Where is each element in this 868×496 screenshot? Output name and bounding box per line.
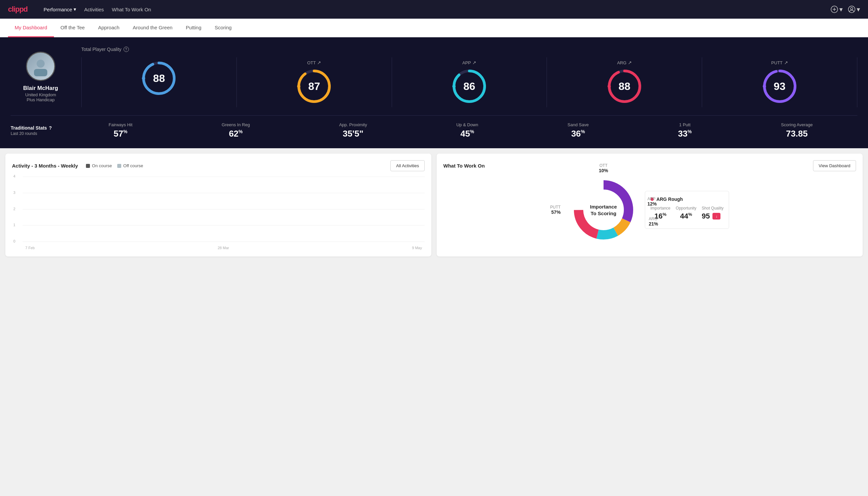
arg-donut-label: ARG 21%	[649, 217, 658, 227]
score-arg: ARG ↗ 88	[547, 57, 702, 107]
avatar	[26, 52, 55, 81]
arg-label: ARG ↗	[617, 60, 632, 65]
arg-circle: 88	[606, 68, 643, 105]
activity-panel-title: Activity - 3 Months - Weekly	[12, 163, 78, 169]
traditional-stats: Traditional Stats ? Last 20 rounds Fairw…	[11, 115, 857, 139]
app-circle: 86	[451, 68, 488, 105]
player-country: United Kingdom	[25, 92, 56, 97]
top-navigation: clippd Performance ▾ Activities What To …	[0, 0, 868, 19]
x-labels: 7 Feb 28 Mar 9 May	[25, 246, 422, 250]
info-card-title: ARG Rough	[650, 197, 723, 202]
x-label-feb: 7 Feb	[25, 246, 35, 250]
legend-on-course: On course	[86, 163, 112, 168]
stat-one-putt: 1 Putt 33%	[678, 122, 692, 139]
svg-rect-6	[34, 69, 47, 76]
shot-quality-badge: ↓	[712, 213, 721, 219]
tpq-section: Total Player Quality ? 88	[81, 47, 857, 107]
score-putt: PUTT ↗ 93	[702, 57, 857, 107]
chart-legend: On course Off course	[86, 163, 143, 168]
nav-right: ▾ ▾	[831, 5, 860, 13]
chart-area: 4 3 2 1 0 7 Feb 28 Mar 9 May	[12, 176, 425, 250]
info-shot-quality: Shot Quality 95 ↓	[702, 206, 723, 220]
add-button[interactable]: ▾	[831, 5, 843, 13]
svg-point-5	[37, 60, 45, 68]
tab-my-dashboard[interactable]: My Dashboard	[8, 19, 54, 37]
tab-around-the-green[interactable]: Around the Green	[126, 19, 179, 37]
nav-links: Performance ▾ Activities What To Work On	[44, 6, 151, 12]
what-to-work-on-panel: What To Work On View Dashboard PUTT 57% …	[437, 154, 863, 257]
info-metrics: Importance 16% Opportunity 44% Shot Qual…	[650, 206, 723, 220]
main-circle: 88	[141, 60, 177, 97]
scores-row: 88 OTT ↗ 87	[81, 57, 857, 107]
ott-circle: 87	[296, 68, 332, 105]
stat-greens-in-reg: Greens In Reg 62%	[222, 122, 250, 139]
wtwon-panel-header: What To Work On View Dashboard	[443, 160, 856, 171]
tab-approach[interactable]: Approach	[91, 19, 126, 37]
donut-center-text: Importance To Scoring	[590, 203, 617, 217]
chevron-down-icon: ▾	[74, 6, 76, 12]
off-course-legend-dot	[117, 164, 121, 168]
putt-circle: 93	[761, 68, 798, 105]
legend-off-course: Off course	[117, 163, 143, 168]
hero-top: Blair McHarg United Kingdom Plus Handica…	[11, 47, 857, 107]
nav-activities[interactable]: Activities	[84, 7, 104, 12]
add-chevron-icon: ▾	[839, 5, 843, 13]
user-chevron-icon: ▾	[857, 5, 860, 13]
chevron-down-icon: ↓	[716, 214, 718, 218]
player-card: Blair McHarg United Kingdom Plus Handica…	[11, 52, 70, 102]
help-icon[interactable]: ?	[124, 47, 129, 52]
app-logo[interactable]: clippd	[8, 5, 28, 14]
all-activities-button[interactable]: All Activities	[390, 160, 425, 171]
hero-section: Blair McHarg United Kingdom Plus Handica…	[0, 37, 868, 148]
view-dashboard-button[interactable]: View Dashboard	[813, 160, 856, 171]
tab-putting[interactable]: Putting	[179, 19, 208, 37]
info-opportunity: Opportunity 44%	[676, 206, 696, 220]
stats-label-group: Traditional Stats ? Last 20 rounds	[11, 125, 64, 136]
wtwon-panel-title: What To Work On	[443, 163, 485, 169]
putt-arrow-icon: ↗	[784, 60, 788, 65]
nav-performance[interactable]: Performance ▾	[44, 6, 76, 12]
putt-label: PUTT ↗	[771, 60, 788, 65]
stat-fairways-hit: Fairways Hit 57%	[109, 122, 132, 139]
donut-chart-wrapper: PUTT 57% OTT 10% APP 12% ARG 21%	[570, 176, 637, 243]
stat-up-and-down: Up & Down 45%	[456, 122, 478, 139]
user-button[interactable]: ▾	[848, 5, 860, 13]
bottom-panels: Activity - 3 Months - Weekly On course O…	[0, 148, 868, 262]
donut-area: PUTT 57% OTT 10% APP 12% ARG 21%	[443, 176, 856, 243]
stat-app-proximity: App. Proximity 35'5"	[339, 122, 367, 139]
player-handicap: Plus Handicap	[27, 97, 54, 102]
tab-scoring[interactable]: Scoring	[208, 19, 238, 37]
player-name: Blair McHarg	[23, 85, 58, 92]
tpq-label: Total Player Quality ?	[81, 47, 857, 52]
app-label: APP ↗	[462, 60, 476, 65]
app-arrow-icon: ↗	[472, 60, 476, 65]
app-donut-label: APP 12%	[647, 197, 657, 206]
ott-arrow-icon: ↗	[317, 60, 321, 65]
x-label-mar: 28 Mar	[218, 246, 229, 250]
score-main: 88	[82, 57, 237, 107]
stat-sand-save: Sand Save 36%	[568, 122, 589, 139]
activity-chart-panel: Activity - 3 Months - Weekly On course O…	[5, 154, 431, 257]
svg-point-21	[763, 84, 766, 88]
ott-donut-label: OTT 10%	[599, 163, 608, 173]
svg-point-15	[452, 84, 456, 88]
score-ott: OTT ↗ 87	[237, 57, 392, 107]
stat-items: Fairways Hit 57% Greens In Reg 62% App. …	[64, 122, 857, 139]
stat-scoring-average: Scoring Average 73.85	[781, 122, 813, 139]
ott-label: OTT ↗	[307, 60, 321, 65]
tabs-bar: My Dashboard Off the Tee Approach Around…	[0, 19, 868, 37]
svg-point-4	[851, 7, 853, 10]
putt-donut-label: PUTT 57%	[550, 205, 561, 215]
tab-off-the-tee[interactable]: Off the Tee	[54, 19, 92, 37]
activity-panel-header: Activity - 3 Months - Weekly On course O…	[12, 160, 425, 171]
on-course-legend-dot	[86, 164, 90, 168]
stats-title: Traditional Stats ?	[11, 125, 64, 130]
score-app: APP ↗ 86	[392, 57, 547, 107]
x-label-may: 9 May	[412, 246, 422, 250]
stats-row: Traditional Stats ? Last 20 rounds Fairw…	[11, 122, 857, 139]
stats-subtitle: Last 20 rounds	[11, 131, 64, 136]
bars-container	[25, 176, 422, 242]
nav-what-to-work-on[interactable]: What To Work On	[112, 7, 151, 12]
stats-help-icon[interactable]: ?	[49, 125, 52, 130]
arg-arrow-icon: ↗	[628, 60, 632, 65]
